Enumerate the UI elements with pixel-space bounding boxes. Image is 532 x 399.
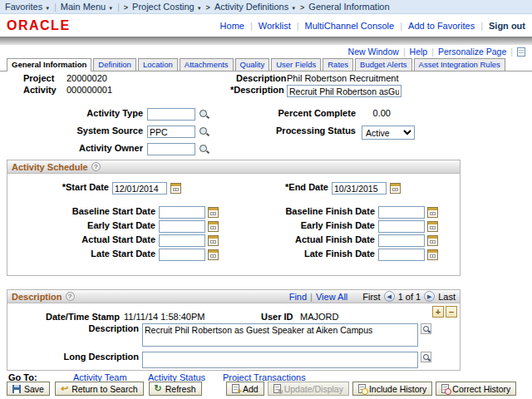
new-window-icon[interactable]: [517, 47, 525, 57]
description-input-label: *Description: [230, 85, 284, 95]
activity-owner-row: Activity Owner: [0, 143, 532, 157]
home-link[interactable]: Home: [220, 21, 244, 31]
end-date-calendar-icon[interactable]: [390, 183, 401, 194]
sign-out-link[interactable]: Sign out: [489, 21, 525, 31]
start-date-label: *Start Date: [16, 182, 109, 192]
help-icon[interactable]: [91, 162, 101, 171]
actual-start-calendar-icon[interactable]: [208, 235, 219, 246]
multichannel-console-link[interactable]: MultiChannel Console: [305, 21, 395, 31]
save-label: Save: [24, 384, 44, 394]
long-description-field-row: Long Description: [7, 352, 460, 370]
tab-budget-alerts[interactable]: Budget Alerts: [355, 58, 412, 71]
late-finish-label: Late Finish Date: [232, 249, 375, 259]
activity-type-input[interactable]: [147, 108, 195, 121]
update-display-button[interactable]: Update/Display: [268, 382, 349, 396]
spellcheck-icon[interactable]: [421, 352, 431, 362]
datetime-stamp-label: Date/Time Stamp: [46, 312, 120, 322]
end-date-label: *End Date: [255, 182, 328, 192]
help-link[interactable]: Help: [410, 47, 428, 57]
activity-schedule-title: Activity Schedule: [12, 162, 88, 172]
early-start-input[interactable]: [159, 220, 205, 233]
description-input[interactable]: [287, 85, 401, 97]
page-info: 1 of 1: [398, 292, 421, 302]
menu-favorites[interactable]: Favorites: [5, 2, 50, 12]
return-to-search-button[interactable]: Return to Search: [55, 382, 144, 396]
tab-user-fields[interactable]: User Fields: [271, 58, 321, 71]
activity-owner-lookup-icon[interactable]: [199, 144, 209, 155]
include-history-button[interactable]: Include History: [352, 382, 432, 396]
processing-status-select[interactable]: Active: [362, 126, 415, 140]
breadcrumb-arrow-icon: [124, 2, 128, 12]
description-label: Description: [236, 73, 287, 83]
menu-main-menu[interactable]: Main Menu: [61, 2, 113, 12]
tab-definition[interactable]: Definition: [93, 58, 136, 71]
system-source-lookup-icon[interactable]: [199, 126, 209, 137]
view-all-link[interactable]: View All: [316, 292, 347, 302]
long-description-textarea[interactable]: [142, 352, 418, 368]
system-source-input[interactable]: [147, 126, 195, 138]
end-date-input[interactable]: [332, 182, 387, 195]
tab-asset-integration-rules[interactable]: Asset Integration Rules: [414, 58, 505, 71]
late-finish-input[interactable]: [378, 249, 425, 261]
early-finish-input[interactable]: [378, 220, 425, 233]
refresh-icon: [155, 384, 162, 393]
correct-history-button[interactable]: Correct History: [436, 382, 516, 396]
project-label: Project: [23, 73, 54, 83]
separator: [400, 21, 402, 31]
tab-attachments[interactable]: Attachments: [180, 58, 234, 71]
actual-finish-input[interactable]: [378, 234, 425, 247]
next-row-button[interactable]: [424, 291, 435, 302]
save-button[interactable]: Save: [7, 382, 50, 396]
tab-general-information[interactable]: General Information: [7, 58, 91, 71]
actual-finish-calendar-icon[interactable]: [427, 235, 438, 246]
baseline-finish-calendar-icon[interactable]: [427, 207, 438, 218]
early-start-calendar-icon[interactable]: [208, 221, 219, 232]
add-button[interactable]: Add: [226, 382, 264, 396]
activity-label: Activity: [23, 85, 57, 95]
tab-quality[interactable]: Quality: [235, 58, 270, 71]
add-to-favorites-link[interactable]: Add to Favorites: [408, 21, 475, 31]
spellcheck-icon[interactable]: [421, 323, 431, 334]
late-start-calendar-icon[interactable]: [208, 249, 219, 260]
start-date-calendar-icon[interactable]: [170, 183, 181, 194]
datetime-stamp-value: 11/11/14 1:58:40PM: [124, 312, 204, 322]
chevron-down-icon: [291, 2, 296, 12]
project-value: 20000020: [66, 73, 107, 83]
refresh-button[interactable]: Refresh: [149, 382, 202, 396]
activity-schedule-header: Activity Schedule: [7, 160, 460, 174]
include-history-label: Include History: [369, 384, 426, 394]
activity-type-lookup-icon[interactable]: [199, 109, 209, 120]
breadcrumb: Favorites Main Menu Project Costing Acti…: [0, 0, 532, 14]
activity-type-label: Activity Type: [50, 108, 143, 118]
baseline-finish-input[interactable]: [378, 206, 425, 219]
actual-start-input[interactable]: [159, 234, 205, 247]
breadcrumb-activity-definitions[interactable]: Activity Definitions: [214, 2, 296, 12]
activity-owner-input[interactable]: [147, 143, 195, 155]
tab-location[interactable]: Location: [138, 58, 178, 71]
description-textarea[interactable]: Recruit Phil Robertson as Guest Speaker …: [142, 323, 418, 347]
refresh-label: Refresh: [165, 384, 196, 394]
first-label: First: [362, 292, 380, 302]
late-start-input[interactable]: [159, 249, 205, 261]
header-links: Home Worklist MultiChannel Console Add t…: [220, 21, 525, 31]
find-link[interactable]: Find: [289, 292, 307, 302]
baseline-start-calendar-icon[interactable]: [208, 207, 219, 218]
activity-row: Activity 000000001 *Description: [0, 85, 532, 99]
late-finish-calendar-icon[interactable]: [427, 249, 438, 260]
baseline-start-input[interactable]: [159, 206, 205, 219]
processing-status-label: Processing Status: [258, 126, 356, 135]
tab-rates[interactable]: Rates: [323, 58, 353, 71]
percent-complete-value: 0.00: [357, 108, 391, 118]
separator: [403, 47, 406, 57]
help-icon[interactable]: [66, 292, 75, 301]
early-finish-calendar-icon[interactable]: [427, 221, 438, 232]
start-date-input[interactable]: [112, 182, 167, 195]
breadcrumb-project-costing[interactable]: Project Costing: [132, 2, 202, 12]
previous-row-button[interactable]: [384, 291, 395, 302]
toolbar-left-group: Save Return to Search Refresh: [7, 382, 202, 396]
correct-history-label: Correct History: [452, 384, 510, 394]
personalize-page-link[interactable]: Personalize Page: [438, 47, 506, 57]
new-window-link[interactable]: New Window: [348, 47, 399, 57]
worklist-link[interactable]: Worklist: [259, 21, 291, 31]
baseline-start-label: Baseline Start Date: [16, 206, 155, 216]
